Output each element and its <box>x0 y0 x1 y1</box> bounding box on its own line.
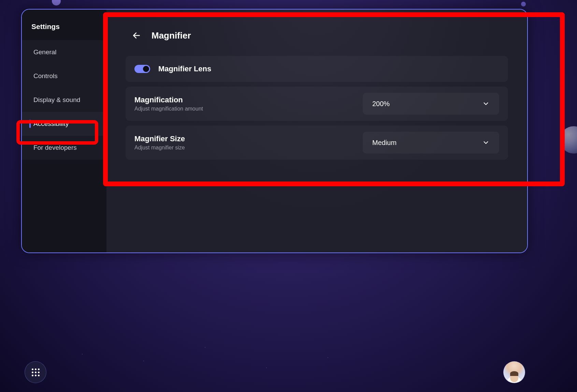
magnifier-size-dropdown[interactable]: Medium <box>363 132 499 154</box>
settings-window: Settings General Controls Display & soun… <box>21 9 528 253</box>
magnification-row: Magnification Adjust magnification amoun… <box>126 87 508 121</box>
sidebar-item-display-sound[interactable]: Display & sound <box>22 88 106 112</box>
sidebar-title: Settings <box>22 18 106 40</box>
decoration-dot <box>521 2 526 6</box>
magnifier-lens-toggle[interactable] <box>134 65 150 73</box>
main-panel: Magnifier Magnifier Lens Magnification A… <box>106 10 527 252</box>
magnifier-size-text: Magnifier Size Adjust magnifier size <box>134 134 356 151</box>
sidebar-item-general[interactable]: General <box>22 40 106 64</box>
sidebar-item-label: Display & sound <box>33 96 80 103</box>
back-button[interactable] <box>130 29 143 42</box>
sidebar-item-label: Accessibility <box>33 120 69 127</box>
grid-icon <box>32 368 40 376</box>
magnifier-lens-row: Magnifier Lens <box>126 56 508 82</box>
sidebar-item-controls[interactable]: Controls <box>22 64 106 88</box>
magnifier-size-subtitle: Adjust magnifier size <box>134 145 356 151</box>
magnifier-size-title: Magnifier Size <box>134 134 356 143</box>
magnification-dropdown[interactable]: 200% <box>363 93 499 115</box>
chevron-down-icon <box>482 100 490 107</box>
magnification-title: Magnification <box>134 96 356 104</box>
sidebar-item-label: Controls <box>33 72 58 79</box>
sidebar: Settings General Controls Display & soun… <box>22 10 106 252</box>
page-title: Magnifier <box>152 30 191 41</box>
chevron-down-icon <box>482 139 490 146</box>
magnifier-lens-label: Magnifier Lens <box>158 64 211 73</box>
magnification-text: Magnification Adjust magnification amoun… <box>134 96 356 112</box>
user-avatar[interactable] <box>503 361 525 383</box>
sidebar-item-label: General <box>33 48 57 56</box>
sidebar-item-for-developers[interactable]: For developers <box>22 136 106 160</box>
magnifier-size-row: Magnifier Size Adjust magnifier size Med… <box>126 126 508 160</box>
magnification-value: 200% <box>372 100 390 108</box>
app-menu-button[interactable] <box>25 361 46 383</box>
magnifier-size-value: Medium <box>372 139 396 147</box>
background-planet <box>560 126 577 154</box>
magnification-subtitle: Adjust magnification amount <box>134 106 356 112</box>
sidebar-item-label: For developers <box>33 144 77 151</box>
arrow-left-icon <box>132 31 141 40</box>
main-header: Magnifier <box>130 29 508 42</box>
decoration-dot <box>52 0 61 5</box>
sidebar-item-accessibility[interactable]: Accessibility <box>22 112 106 136</box>
